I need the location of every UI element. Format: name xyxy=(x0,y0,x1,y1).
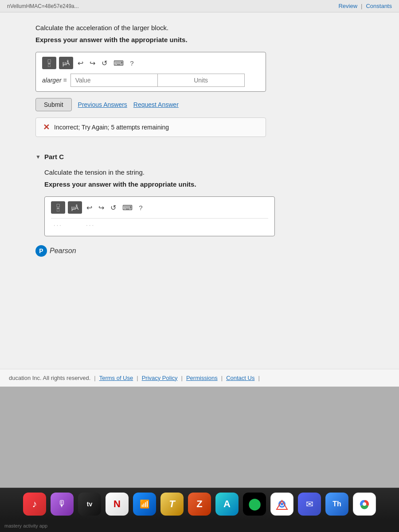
privacy-link[interactable]: Privacy Policy xyxy=(142,375,178,381)
undo-icon-c: ↩ xyxy=(86,204,92,211)
discord-icon: ✉ xyxy=(306,499,313,509)
th-icon: Th xyxy=(332,500,341,508)
submit-button[interactable]: Submit xyxy=(35,98,72,111)
submit-row: Submit Previous Answers Request Answer xyxy=(35,98,372,111)
fraction-icon: □□ xyxy=(48,59,51,68)
refresh-button-c[interactable]: ↺ xyxy=(109,203,118,213)
review-link[interactable]: Review xyxy=(338,3,357,9)
pearson-logo-letter: P xyxy=(39,247,43,254)
mu-label-c: μÅ xyxy=(71,204,78,211)
footer-sep4: | xyxy=(221,375,223,381)
pearson-name: Pearson xyxy=(50,247,76,255)
fraction-icon-c: □□ xyxy=(57,203,60,212)
help-button-c[interactable]: ? xyxy=(137,203,144,212)
keyboard-button-c[interactable]: ⌨ xyxy=(121,203,134,213)
permissions-link[interactable]: Permissions xyxy=(186,375,218,381)
fraction-button[interactable]: □□ xyxy=(42,57,56,69)
terms-link[interactable]: Terms of Use xyxy=(99,375,133,381)
refresh-icon-c: ↺ xyxy=(110,204,116,211)
answer-box-part-c: □□ μÅ ↩ ↪ ↺ ⌨ ? · · · · xyxy=(44,196,275,236)
footer-copyright: ducation Inc. All rights reserved. xyxy=(9,375,90,381)
bars-icon: 📶 xyxy=(140,499,149,509)
variable-label: alarger = xyxy=(42,77,67,84)
redo-button[interactable]: ↪ xyxy=(88,58,97,68)
footer-sep2: | xyxy=(137,375,138,381)
main-content: Calculate the acceleration of the larger… xyxy=(0,12,399,369)
music-icon: ♪ xyxy=(32,498,37,510)
pearson-logo: P xyxy=(35,245,47,257)
refresh-button[interactable]: ↺ xyxy=(100,58,109,68)
spacer xyxy=(35,146,372,153)
footer-sep5: | xyxy=(258,375,259,381)
keyboard-button[interactable]: ⌨ xyxy=(112,58,125,68)
spotify-icon: ⬤ xyxy=(248,497,261,511)
dock-chrome2-icon[interactable] xyxy=(353,493,376,516)
submit-label: Submit xyxy=(44,101,63,108)
error-box: ✕ Incorrect; Try Again; 5 attempts remai… xyxy=(35,117,266,137)
redo-icon-c: ↪ xyxy=(98,204,104,211)
dock-bars-icon[interactable]: 📶 xyxy=(133,493,156,516)
dock-news-icon[interactable]: N xyxy=(106,493,129,516)
part-b-question: Calculate the acceleration of the larger… xyxy=(35,23,372,45)
mu-button[interactable]: μÅ xyxy=(59,57,73,69)
help-icon: ? xyxy=(130,59,133,67)
translate-icon: A xyxy=(223,498,231,510)
dock-spotify-icon[interactable]: ⬤ xyxy=(243,493,266,516)
footer-sep1: | xyxy=(94,375,95,381)
fraction-button-c[interactable]: □□ xyxy=(51,201,65,214)
dock-th-icon[interactable]: Th xyxy=(325,493,348,516)
value-units-row xyxy=(70,74,245,87)
part-c-header[interactable]: ▼ Part C xyxy=(35,153,372,160)
dock-zoom-icon[interactable]: Z xyxy=(188,493,211,516)
bottom-strip: mastery activity app xyxy=(0,520,399,532)
error-message: Incorrect; Try Again; 5 attempts remaini… xyxy=(54,124,169,131)
mu-button-c[interactable]: μÅ xyxy=(68,201,82,214)
refresh-icon: ↺ xyxy=(102,59,107,67)
error-x-icon: ✕ xyxy=(43,122,50,132)
appletv-icon: tv xyxy=(87,501,92,508)
help-button[interactable]: ? xyxy=(128,59,135,68)
units-input[interactable] xyxy=(157,74,245,87)
redo-button-c[interactable]: ↪ xyxy=(97,203,106,213)
constants-link[interactable]: Constants xyxy=(366,3,392,9)
part-c-question-line1: Calculate the tension in the string. xyxy=(44,168,372,178)
page-title: nVellumHMAC=48e57e249a... xyxy=(7,3,79,9)
keyboard-icon-c: ⌨ xyxy=(122,204,133,211)
part-c-arrow-icon: ▼ xyxy=(35,154,41,160)
request-answer-link[interactable]: Request Answer xyxy=(133,101,179,108)
top-bar: nVellumHMAC=48e57e249a... Review | Const… xyxy=(0,0,399,12)
dock-podcasts-icon[interactable]: 🎙 xyxy=(51,493,74,516)
chrome2-svg xyxy=(357,497,372,511)
part-c-question-line2: Express your answer with the appropriate… xyxy=(44,180,372,190)
dock-appletv-icon[interactable]: tv xyxy=(78,493,101,516)
redo-icon: ↪ xyxy=(90,59,95,67)
footer: ducation Inc. All rights reserved. | Ter… xyxy=(0,369,399,387)
answer-box-part-b: □□ μÅ ↩ ↪ ↺ ⌨ ? alarger = xyxy=(35,52,266,92)
pearson-row: P Pearson xyxy=(35,245,372,257)
undo-button-c[interactable]: ↩ xyxy=(85,203,94,213)
input-label-row: alarger = xyxy=(42,74,259,87)
svg-point-2 xyxy=(281,503,283,505)
undo-icon: ↩ xyxy=(78,59,83,67)
dock-discord-icon[interactable]: ✉ xyxy=(298,493,321,516)
keyboard-icon: ⌨ xyxy=(113,59,124,67)
top-sep: | xyxy=(361,3,362,9)
dock-music-icon[interactable]: ♪ xyxy=(23,493,46,516)
undo-button[interactable]: ↩ xyxy=(76,58,85,68)
value-input[interactable] xyxy=(70,74,157,87)
contact-link[interactable]: Contact Us xyxy=(226,375,254,381)
dock-translate-icon[interactable]: A xyxy=(215,493,239,516)
chrome2-notification-dot xyxy=(364,512,365,514)
dock: ♪ 🎙 tv N 📶 T Z A ⬤ ✉ xyxy=(0,488,399,520)
previous-answers-link[interactable]: Previous Answers xyxy=(78,101,127,108)
dock-chrome1-icon[interactable] xyxy=(270,493,293,516)
mu-label: μÅ xyxy=(63,60,70,66)
dock-keynote-icon[interactable]: T xyxy=(160,493,184,516)
gray-area xyxy=(0,387,399,488)
help-icon-c: ? xyxy=(139,204,142,211)
chrome1-svg xyxy=(275,497,289,511)
question-line1: Calculate the acceleration of the larger… xyxy=(35,23,372,33)
footer-sep3: | xyxy=(181,375,183,381)
keynote-icon: T xyxy=(169,498,175,510)
part-c-label: Part C xyxy=(44,153,64,160)
